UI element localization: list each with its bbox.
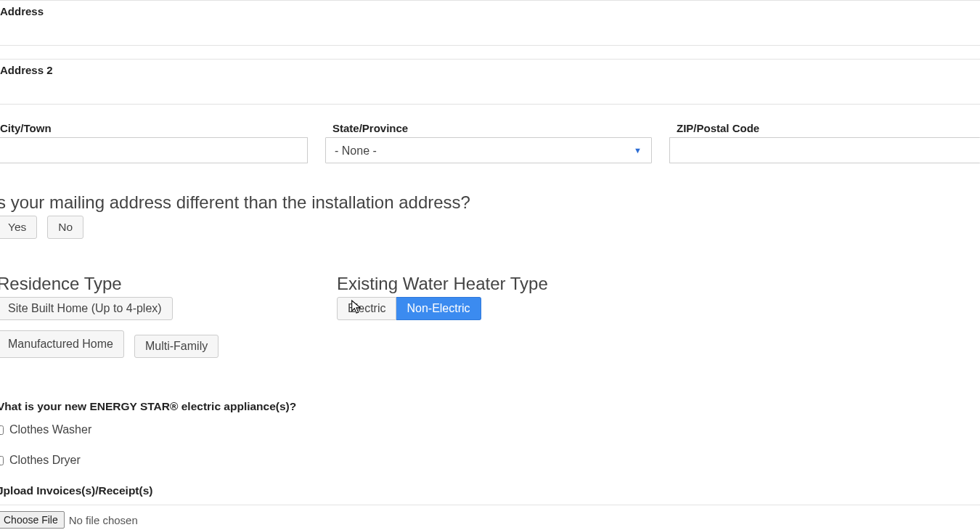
address2-input[interactable] xyxy=(0,79,980,104)
residence-type-heading: Residence Type xyxy=(0,274,319,294)
city-input[interactable] xyxy=(0,137,308,163)
address-label: Address xyxy=(0,1,980,20)
mailing-question-heading: s your mailing address different than th… xyxy=(0,192,980,213)
appliance-clothes-dryer-row[interactable]: Clothes Dryer xyxy=(0,454,980,467)
mailing-yes-button[interactable]: Yes xyxy=(0,216,37,239)
appliance-heading: Vhat is your new ENERGY STAR® electric a… xyxy=(0,400,980,413)
address2-label: Address 2 xyxy=(0,60,980,79)
file-status-text: No file chosen xyxy=(69,514,138,526)
residence-multifamily-button[interactable]: Multi-Family xyxy=(134,335,219,358)
zip-label: ZIP/Postal Code xyxy=(669,118,980,137)
appliance-clothes-washer-checkbox[interactable] xyxy=(0,425,4,435)
address-input[interactable] xyxy=(0,20,980,45)
water-heater-electric-button[interactable]: Electric xyxy=(337,297,396,320)
zip-input[interactable] xyxy=(669,137,980,163)
state-label: State/Province xyxy=(325,118,652,137)
residence-site-built-button[interactable]: Site Built Home (Up to 4-plex) xyxy=(0,297,173,320)
mailing-no-button[interactable]: No xyxy=(47,216,83,239)
choose-file-button[interactable]: Choose File xyxy=(0,511,65,529)
appliance-clothes-dryer-checkbox[interactable] xyxy=(0,456,4,465)
appliance-clothes-washer-row[interactable]: Clothes Washer xyxy=(0,423,980,436)
city-label: City/Town xyxy=(0,118,308,137)
upload-heading: Jpload Invoices(s)/Receipt(s) xyxy=(0,484,980,497)
appliance-clothes-washer-label: Clothes Washer xyxy=(9,423,91,436)
water-heater-heading: Existing Water Heater Type xyxy=(337,274,980,294)
state-select[interactable]: - None - xyxy=(325,137,652,163)
appliance-clothes-dryer-label: Clothes Dryer xyxy=(9,454,81,467)
water-heater-non-electric-button[interactable]: Non-Electric xyxy=(396,297,481,320)
residence-manufactured-button[interactable]: Manufactured Home xyxy=(0,330,124,358)
